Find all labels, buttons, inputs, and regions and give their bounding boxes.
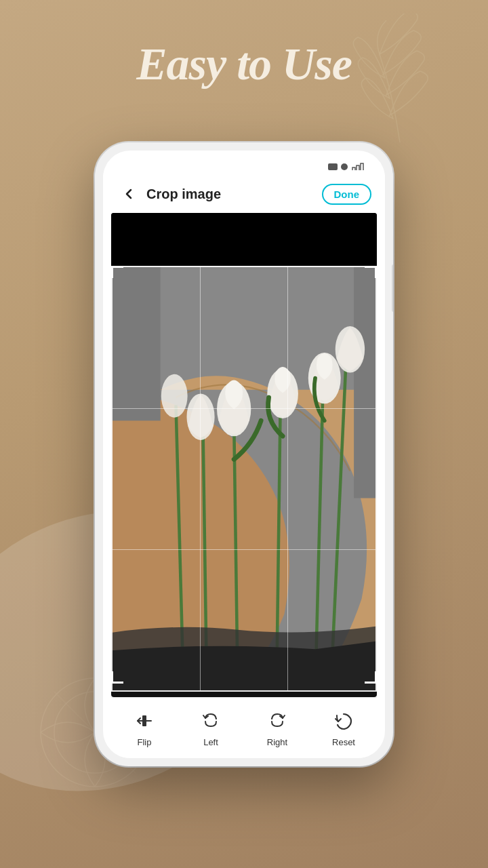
- reset-label: Reset: [332, 737, 355, 747]
- left-label: Left: [203, 737, 218, 747]
- phone-mockup: Crop image Done: [95, 142, 393, 766]
- rotate-left-button[interactable]: Left: [199, 709, 223, 747]
- status-bar: [328, 163, 365, 171]
- app-header: Crop image Done: [103, 175, 385, 213]
- rotate-right-button[interactable]: Right: [265, 709, 289, 747]
- back-button[interactable]: [117, 182, 141, 206]
- image-black-top: [111, 213, 377, 266]
- antenna-icon: [351, 163, 365, 171]
- done-button[interactable]: Done: [322, 184, 372, 205]
- status-icon-1: [328, 163, 338, 170]
- image-area: [111, 213, 377, 697]
- page-title: Easy to Use: [0, 37, 488, 91]
- status-icon-2: [341, 163, 348, 170]
- phone-side-button: [392, 264, 393, 312]
- crop-corner-top-right: [365, 266, 377, 278]
- flip-label: Flip: [138, 737, 152, 747]
- toolbar: Flip Left: [111, 697, 377, 758]
- right-label: Right: [267, 737, 287, 747]
- grid-line-horizontal-1: [113, 408, 375, 409]
- grid-line-vertical-1: [200, 267, 201, 690]
- svg-rect-17: [142, 715, 146, 726]
- rotate-left-icon: [199, 709, 223, 733]
- crop-corner-bottom-right: [365, 671, 377, 684]
- grid-line-vertical-2: [287, 267, 288, 690]
- header-title: Crop image: [146, 186, 322, 202]
- reset-icon: [331, 709, 356, 733]
- flip-icon: [132, 709, 157, 733]
- flip-button[interactable]: Flip: [132, 709, 157, 747]
- crop-corner-bottom-left: [111, 671, 123, 684]
- phone-screen: Crop image Done: [103, 151, 385, 758]
- crop-overlay: [111, 266, 377, 697]
- crop-box: [111, 266, 377, 692]
- grid-line-horizontal-2: [113, 549, 375, 550]
- reset-button[interactable]: Reset: [331, 709, 356, 747]
- rotate-right-icon: [265, 709, 289, 733]
- crop-corner-top-left: [111, 266, 123, 278]
